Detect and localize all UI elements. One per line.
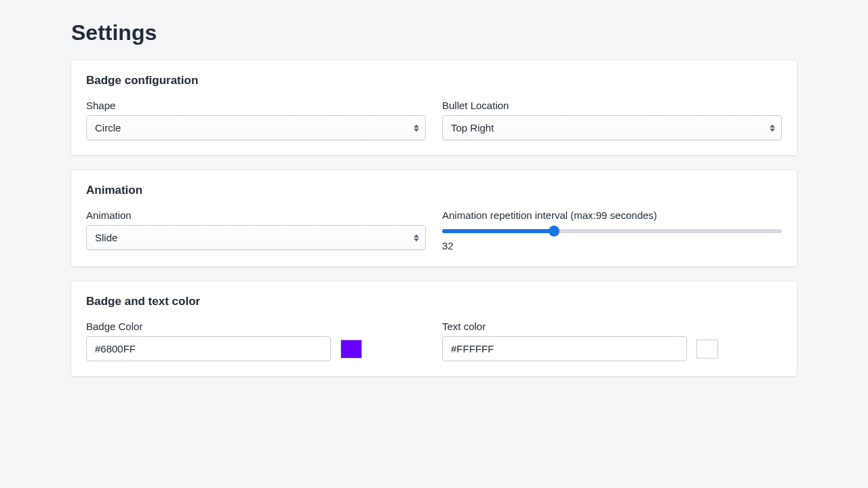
animation-interval-value: 32 — [442, 240, 782, 251]
animation-interval-label: Animation repetition interval (max:99 se… — [442, 209, 782, 221]
bullet-location-select[interactable]: Top Right — [442, 115, 782, 140]
badge-color-input[interactable] — [86, 336, 331, 361]
badge-configuration-card: Badge configuration Shape Circle Bullet … — [71, 60, 797, 155]
text-color-label: Text color — [442, 321, 782, 332]
text-color-input[interactable] — [442, 336, 687, 361]
shape-label: Shape — [86, 100, 426, 111]
animation-type-select[interactable]: Slide — [86, 225, 426, 250]
animation-interval-slider[interactable] — [442, 229, 782, 233]
badge-text-color-card: Badge and text color Badge Color Text co… — [71, 281, 797, 376]
card-title-badge-config: Badge configuration — [86, 74, 782, 87]
shape-select[interactable]: Circle — [86, 115, 426, 140]
card-title-animation: Animation — [86, 184, 782, 197]
page-title: Settings — [71, 20, 797, 45]
animation-card: Animation Animation Slide Animation repe… — [71, 170, 797, 266]
badge-color-swatch[interactable] — [340, 340, 362, 359]
animation-type-label: Animation — [86, 209, 426, 221]
badge-color-label: Badge Color — [86, 321, 426, 332]
text-color-swatch[interactable] — [696, 340, 718, 359]
card-title-colors: Badge and text color — [86, 295, 782, 308]
bullet-location-label: Bullet Location — [442, 100, 782, 111]
